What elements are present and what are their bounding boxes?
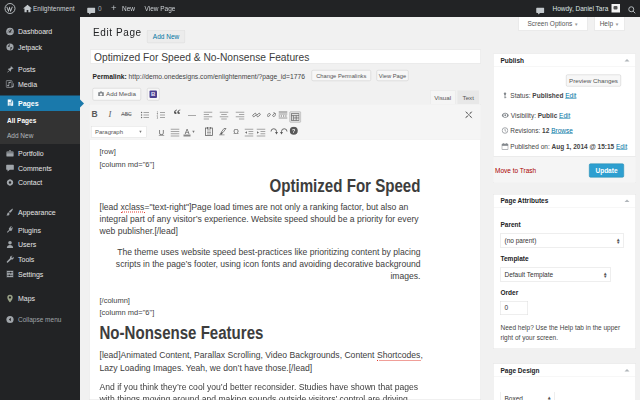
svg-text:3: 3	[157, 116, 159, 120]
